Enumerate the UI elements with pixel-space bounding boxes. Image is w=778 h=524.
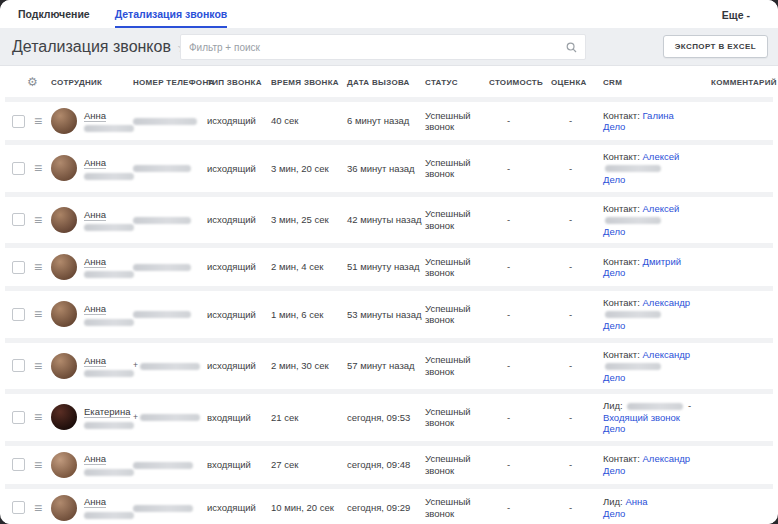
employee-name[interactable]: Анна bbox=[84, 256, 106, 268]
avatar bbox=[51, 495, 77, 521]
call-duration-cell: 3 мин, 20 сек bbox=[271, 143, 347, 195]
more-menu[interactable]: Еще - bbox=[722, 0, 750, 28]
crm-label: Контакт: bbox=[603, 453, 640, 464]
row-checkbox[interactable] bbox=[12, 261, 25, 274]
crm-cell: Лид: -Входящий звонокДело bbox=[603, 392, 711, 444]
crm-link[interactable]: Дело bbox=[603, 267, 625, 278]
rating-cell: - bbox=[551, 340, 603, 392]
crm-link[interactable]: Дело bbox=[603, 372, 625, 383]
call-date-cell: 51 минуту назад bbox=[347, 246, 425, 289]
row-menu-icon[interactable]: ≡ bbox=[34, 262, 42, 272]
crm-link[interactable]: Дело bbox=[603, 508, 625, 519]
employee-name[interactable]: Анна bbox=[84, 453, 106, 465]
crm-link[interactable]: Дело bbox=[603, 423, 625, 434]
call-type-cell: исходящий bbox=[207, 143, 271, 195]
crm-link[interactable]: Алексей bbox=[643, 203, 680, 214]
row-checkbox[interactable] bbox=[12, 458, 25, 471]
call-duration-cell: 2 мин, 4 сек bbox=[271, 246, 347, 289]
comment-cell bbox=[711, 143, 773, 195]
phone-cell bbox=[133, 246, 207, 289]
gear-icon[interactable]: ⚙ bbox=[5, 75, 38, 89]
row-checkbox[interactable] bbox=[12, 359, 25, 372]
phone-number-blurred bbox=[140, 414, 200, 421]
row-checkbox[interactable] bbox=[12, 213, 25, 226]
column-header-9: CRM bbox=[603, 66, 711, 100]
crm-link[interactable]: Анна bbox=[625, 496, 647, 507]
employee-name[interactable]: Анна bbox=[84, 110, 106, 122]
row-menu-icon[interactable]: ≡ bbox=[34, 116, 42, 126]
row-checkbox[interactable] bbox=[12, 411, 25, 424]
row-menu-icon[interactable]: ≡ bbox=[34, 309, 42, 319]
employee-surname-blurred bbox=[84, 469, 134, 476]
crm-label: Контакт: bbox=[603, 297, 640, 308]
crm-name-blurred bbox=[605, 363, 661, 370]
crm-line: Дело bbox=[603, 267, 709, 279]
search-box bbox=[180, 34, 586, 60]
call-duration-cell: 1 мин, 6 сек bbox=[271, 289, 347, 341]
phone-number-blurred bbox=[140, 363, 200, 370]
row-checkbox[interactable] bbox=[12, 501, 25, 514]
row-menu-icon[interactable]: ≡ bbox=[34, 503, 42, 513]
crm-link[interactable]: Дело bbox=[603, 465, 625, 476]
table-row: ≡Аннаисходящий40 сек6 минут назадУспешны… bbox=[5, 100, 773, 143]
crm-link[interactable]: Александр bbox=[643, 349, 691, 360]
crm-link[interactable]: Александр bbox=[643, 453, 691, 464]
phone-cell bbox=[133, 194, 207, 246]
status-cell: Успешный звонок bbox=[425, 340, 489, 392]
crm-line: Лид: Анна bbox=[603, 496, 709, 508]
phone-cell bbox=[133, 289, 207, 341]
crm-label: Контакт: bbox=[603, 256, 640, 267]
row-menu-icon[interactable]: ≡ bbox=[34, 163, 42, 173]
crm-link[interactable]: Алексей bbox=[643, 151, 680, 162]
employee-cell: Анна bbox=[51, 486, 133, 524]
row-menu-icon[interactable]: ≡ bbox=[34, 215, 42, 225]
row-checkbox[interactable] bbox=[12, 115, 25, 128]
cost-cell: - bbox=[489, 194, 551, 246]
table-row: ≡Аннавходящий27 сексегодня, 09:48Успешны… bbox=[5, 443, 773, 486]
crm-line: Дело bbox=[603, 226, 709, 238]
employee-name[interactable]: Екатерина bbox=[84, 406, 130, 418]
export-excel-button[interactable]: ЭКСПОРТ В EXCEL bbox=[663, 35, 768, 58]
row-checkbox[interactable] bbox=[12, 162, 25, 175]
crm-label: Контакт: bbox=[603, 110, 640, 121]
crm-link[interactable]: Дело bbox=[603, 174, 625, 185]
crm-link[interactable]: Александр bbox=[643, 297, 691, 308]
crm-link[interactable]: Дело bbox=[603, 226, 625, 237]
employee-cell: Анна bbox=[51, 289, 133, 341]
crm-label: Контакт: bbox=[603, 203, 640, 214]
table-row: ≡Аннаисходящий2 мин, 4 сек51 минуту наза… bbox=[5, 246, 773, 289]
employee-name[interactable]: Анна bbox=[84, 303, 106, 315]
column-header-3: ТИП ЗВОНКА bbox=[207, 66, 271, 100]
tabbar-spacer bbox=[252, 0, 722, 28]
status-cell: Успешный звонок bbox=[425, 443, 489, 486]
crm-link[interactable]: Дело bbox=[603, 121, 625, 132]
employee-cell: Анна bbox=[51, 100, 133, 143]
call-duration-cell: 40 сек bbox=[271, 100, 347, 143]
employee-name[interactable]: Анна bbox=[84, 157, 106, 169]
rating-cell: - bbox=[551, 392, 603, 444]
crm-label: Контакт: bbox=[603, 151, 640, 162]
crm-link[interactable]: Дело bbox=[603, 320, 625, 331]
table-header-row: ⚙ СОТРУДНИКНОМЕР ТЕЛЕФОНАТИП ЗВОНКАВРЕМЯ… bbox=[5, 66, 773, 100]
tab-connection[interactable]: Подключение bbox=[18, 0, 90, 28]
row-menu-icon[interactable]: ≡ bbox=[34, 412, 42, 422]
row-menu-icon[interactable]: ≡ bbox=[34, 460, 42, 470]
row-checkbox[interactable] bbox=[12, 308, 25, 321]
row-controls-cell: ≡ bbox=[5, 143, 51, 195]
cost-cell: - bbox=[489, 100, 551, 143]
employee-name[interactable]: Анна bbox=[84, 355, 106, 367]
employee-name[interactable]: Анна bbox=[84, 496, 106, 508]
employee-name[interactable]: Анна bbox=[84, 209, 106, 221]
row-menu-icon[interactable]: ≡ bbox=[34, 361, 42, 371]
status-cell: Успешный звонок bbox=[425, 100, 489, 143]
rating-cell: - bbox=[551, 143, 603, 195]
employee-cell: Анна bbox=[51, 443, 133, 486]
search-input[interactable] bbox=[181, 42, 566, 53]
status-cell: Успешный звонок bbox=[425, 143, 489, 195]
phone-cell bbox=[133, 100, 207, 143]
tab-call-details[interactable]: Детализация звонков bbox=[115, 0, 228, 28]
crm-link[interactable]: Галина bbox=[643, 110, 674, 121]
crm-link[interactable]: Дмитрий bbox=[643, 256, 682, 267]
crm-line: Контакт: Александр bbox=[603, 453, 709, 465]
crm-link[interactable]: Входящий звонок bbox=[603, 412, 680, 423]
